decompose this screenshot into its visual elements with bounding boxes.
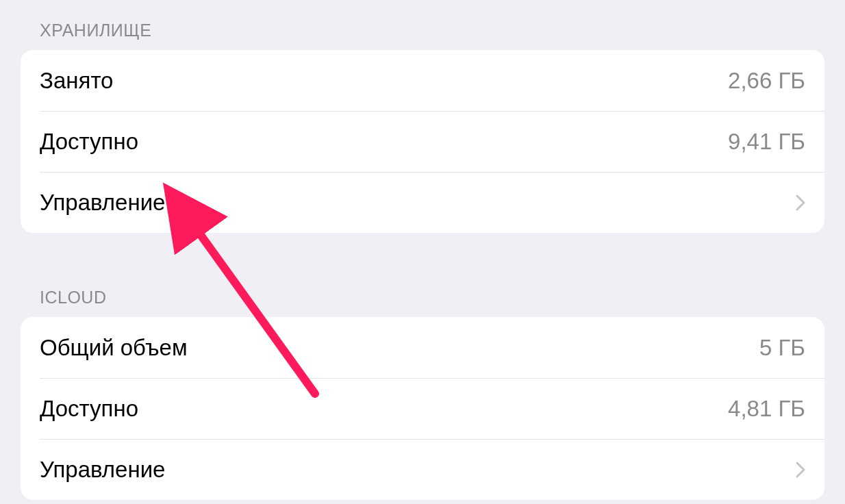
icloud-total-value: 5 ГБ <box>759 335 805 361</box>
icloud-available-row: Доступно 4,81 ГБ <box>21 378 824 439</box>
icloud-total-row: Общий объем 5 ГБ <box>21 317 824 378</box>
storage-used-value: 2,66 ГБ <box>728 68 805 94</box>
chevron-right-icon <box>796 194 805 211</box>
icloud-manage-label: Управление <box>40 457 165 483</box>
settings-container: ХРАНИЛИЩЕ Занято 2,66 ГБ Доступно 9,41 Г… <box>0 0 845 500</box>
storage-available-row: Доступно 9,41 ГБ <box>21 111 824 172</box>
storage-available-label: Доступно <box>40 129 138 155</box>
chevron-right-icon <box>796 462 805 478</box>
storage-manage-row[interactable]: Управление <box>21 172 824 233</box>
icloud-manage-row[interactable]: Управление <box>21 439 824 500</box>
storage-available-value: 9,41 ГБ <box>728 129 805 155</box>
icloud-section-header: ICLOUD <box>0 233 845 317</box>
icloud-section-group: Общий объем 5 ГБ Доступно 4,81 ГБ Управл… <box>21 317 824 500</box>
storage-section-header: ХРАНИЛИЩЕ <box>0 0 845 50</box>
storage-section-group: Занято 2,66 ГБ Доступно 9,41 ГБ Управлен… <box>21 50 824 233</box>
icloud-available-value: 4,81 ГБ <box>728 396 805 422</box>
storage-used-row: Занято 2,66 ГБ <box>21 50 824 111</box>
storage-manage-label: Управление <box>40 190 165 216</box>
icloud-total-label: Общий объем <box>40 335 188 361</box>
storage-used-label: Занято <box>40 68 113 94</box>
icloud-available-label: Доступно <box>40 396 138 422</box>
